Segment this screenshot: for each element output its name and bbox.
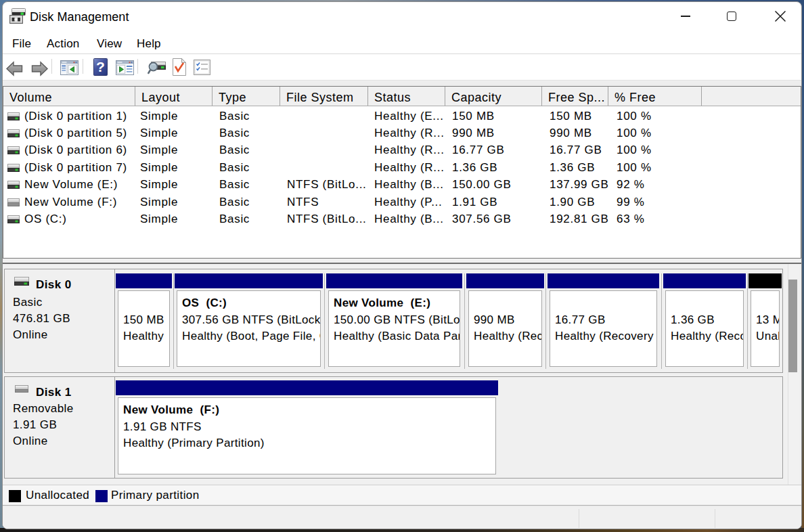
svg-text:?: ?: [96, 59, 105, 74]
